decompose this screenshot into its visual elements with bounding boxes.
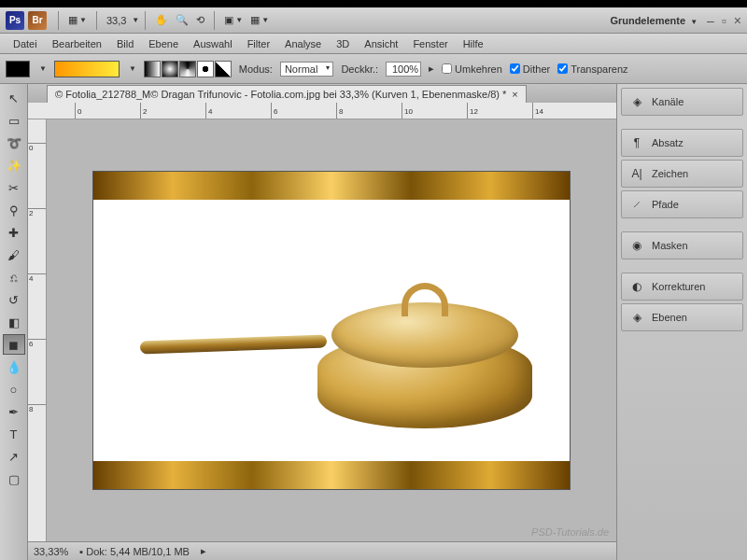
dropdown-arrow-icon[interactable]: ▼ [39, 64, 47, 73]
stamp-tool[interactable]: ⎌ [3, 267, 25, 287]
close-tab-icon[interactable]: × [512, 89, 517, 100]
ruler-horizontal[interactable]: 0 2 4 6 8 10 12 14 [28, 103, 616, 119]
panel-paragraph[interactable]: ¶Absatz [621, 129, 743, 157]
channels-icon: ◈ [629, 94, 644, 109]
maximize-icon[interactable]: ▫ [722, 13, 726, 28]
gradient-swatch[interactable] [54, 61, 120, 77]
menu-edit[interactable]: Bearbeiten [45, 35, 109, 52]
menu-help[interactable]: Hilfe [456, 35, 491, 52]
ruler-vertical[interactable]: 0 2 4 6 8 [28, 119, 47, 541]
image-gold-border-bottom [93, 461, 570, 489]
menu-filter[interactable]: Filter [240, 35, 277, 52]
workspace-selector[interactable]: Grundelemente ▼ [610, 15, 698, 26]
heal-tool[interactable]: ✚ [3, 222, 25, 243]
panel-paths[interactable]: ⟋Pfade [621, 190, 743, 218]
pen-tool[interactable]: ✒ [3, 401, 25, 422]
menu-analyze[interactable]: Analyse [277, 35, 329, 52]
shape-tool[interactable]: ▢ [3, 469, 25, 489]
menu-window[interactable]: Fenster [405, 35, 455, 52]
status-zoom[interactable]: 33,33% [34, 546, 68, 557]
dither-label: Dither [523, 63, 550, 75]
tool-preset-swatch[interactable] [6, 61, 30, 77]
gradient-type-group [144, 61, 232, 77]
ruler-tick: 2 [28, 208, 46, 217]
panel-label: Masken [652, 240, 688, 251]
marquee-tool[interactable]: ▭ [3, 110, 25, 131]
zoom-dropdown-arrow[interactable]: ▼ [132, 16, 139, 24]
zoom-tool-icon[interactable]: 🔍 [172, 12, 192, 28]
blur-tool[interactable]: 💧 [3, 357, 25, 377]
hand-tool-icon[interactable]: ✋ [151, 12, 172, 28]
ruler-tick: 6 [28, 339, 46, 348]
crop-tool[interactable]: ✂ [3, 177, 25, 198]
opacity-label: Deckkr.: [341, 63, 378, 75]
menu-image[interactable]: Bild [109, 35, 141, 52]
eyedropper-tool[interactable]: ⚲ [3, 200, 25, 220]
application-window: Ps Br ▦▼ 33,3▼ ✋ 🔍 ⟲ ▣▼ ▦▼ Grundelemente… [0, 0, 747, 560]
canvas-area[interactable]: PSD-Tutorials.de [47, 119, 616, 541]
ruler-tick: 4 [28, 273, 46, 283]
transparency-label: Transparenz [571, 63, 627, 75]
dither-checkbox[interactable]: Dither [510, 63, 550, 75]
panel-layers[interactable]: ◈Ebenen [621, 303, 743, 331]
radial-gradient-button[interactable] [162, 61, 178, 77]
brush-tool[interactable]: 🖌 [3, 245, 25, 265]
panel-dock: ◈Kanäle ¶Absatz A|Zeichen ⟋Pfade ◉Masken… [616, 84, 747, 560]
layout-dropdown[interactable]: ▦▼ [64, 12, 91, 28]
panel-masks[interactable]: ◉Masken [621, 231, 743, 259]
menu-layer[interactable]: Ebene [141, 35, 186, 52]
reflected-gradient-button[interactable] [197, 61, 214, 77]
paths-icon: ⟋ [629, 197, 644, 212]
zoom-value[interactable]: 33,3 [103, 15, 130, 26]
wand-tool[interactable]: ✨ [3, 155, 25, 175]
separator [214, 11, 215, 30]
ruler-tick: 12 [467, 103, 478, 119]
panel-label: Zeichen [652, 168, 688, 179]
panel-adjustments[interactable]: ◐Korrekturen [621, 273, 743, 301]
gradient-tool[interactable]: ◼ [3, 334, 25, 355]
menu-file[interactable]: Datei [6, 35, 45, 52]
app-topbar: Ps Br ▦▼ 33,3▼ ✋ 🔍 ⟲ ▣▼ ▦▼ Grundelemente… [0, 7, 747, 34]
status-doc-text: Dok: 5,44 MB/10,1 MB [86, 546, 190, 557]
linear-gradient-button[interactable] [144, 61, 161, 77]
minimize-icon[interactable]: – [707, 13, 714, 28]
history-brush-tool[interactable]: ↺ [3, 289, 25, 310]
angle-gradient-button[interactable] [179, 61, 196, 77]
watermark: PSD-Tutorials.de [531, 526, 609, 538]
bridge-logo[interactable]: Br [28, 11, 47, 30]
opacity-flyout-icon[interactable]: ▸ [429, 63, 434, 75]
rotate-tool-icon[interactable]: ⟲ [192, 12, 208, 28]
dodge-tool[interactable]: ○ [3, 379, 25, 399]
menu-3d[interactable]: 3D [329, 35, 357, 52]
panel-label: Pfade [652, 199, 679, 210]
opacity-input[interactable]: 100% [386, 62, 421, 77]
eraser-tool[interactable]: ◧ [3, 312, 25, 332]
ruler-tick: 0 [28, 143, 46, 152]
screen-mode-dropdown[interactable]: ▣▼ [220, 12, 247, 28]
menu-view[interactable]: Ansicht [357, 35, 405, 52]
mode-select[interactable]: Normal [280, 62, 333, 77]
transparency-checkbox[interactable]: Transparenz [557, 63, 627, 75]
canvas[interactable] [93, 172, 570, 489]
status-flyout-icon[interactable]: ▸ [201, 545, 206, 557]
panel-channels[interactable]: ◈Kanäle [621, 88, 743, 116]
reverse-checkbox[interactable]: Umkehren [442, 63, 502, 75]
type-tool[interactable]: T [3, 424, 25, 444]
panel-character[interactable]: A|Zeichen [621, 160, 743, 188]
path-select-tool[interactable]: ↗ [3, 446, 25, 467]
document-tab[interactable]: © Fotolia_212788_M© Dragan Trifunovic - … [47, 85, 527, 103]
dropdown-arrow-icon[interactable]: ▼ [129, 64, 136, 73]
document-tab-title: © Fotolia_212788_M© Dragan Trifunovic - … [55, 89, 506, 100]
separator [145, 11, 146, 30]
status-doc-info[interactable]: ▪ Dok: 5,44 MB/10,1 MB [79, 546, 190, 557]
toolbox: ↖ ▭ ➰ ✨ ✂ ⚲ ✚ 🖌 ⎌ ↺ ◧ ◼ 💧 ○ ✒ T ↗ ▢ [0, 84, 28, 560]
diamond-gradient-button[interactable] [215, 61, 232, 77]
panel-label: Absatz [652, 137, 684, 148]
lasso-tool[interactable]: ➰ [3, 133, 25, 153]
menu-select[interactable]: Auswahl [186, 35, 240, 52]
close-icon[interactable]: × [734, 13, 741, 28]
status-bar: 33,33% ▪ Dok: 5,44 MB/10,1 MB ▸ [28, 541, 616, 560]
photoshop-logo[interactable]: Ps [6, 11, 24, 30]
move-tool[interactable]: ↖ [3, 88, 25, 108]
arrange-dropdown[interactable]: ▦▼ [247, 12, 273, 28]
